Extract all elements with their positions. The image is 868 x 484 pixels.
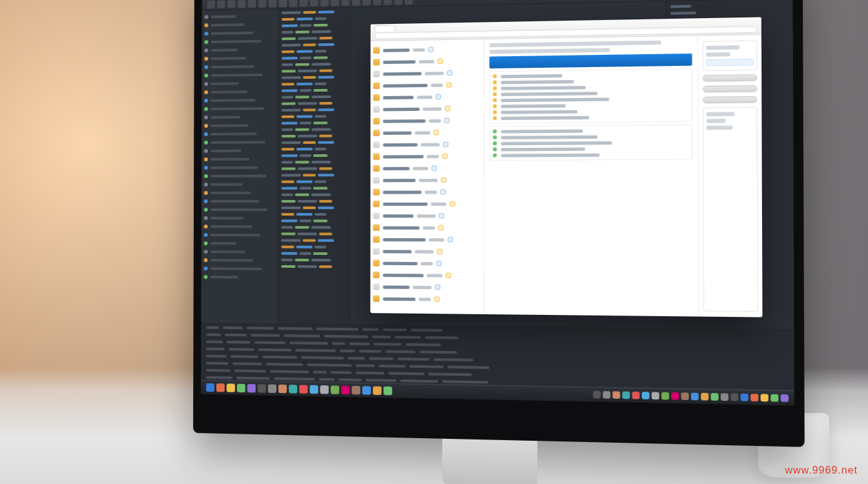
tree-item[interactable] bbox=[205, 20, 276, 28]
tree-item[interactable] bbox=[204, 88, 276, 96]
content-row[interactable] bbox=[493, 90, 688, 97]
list-item[interactable] bbox=[373, 115, 481, 126]
taskbar-app-icon[interactable] bbox=[227, 383, 235, 392]
tray-icon[interactable] bbox=[741, 394, 749, 401]
toolbar-button[interactable] bbox=[289, 0, 297, 6]
tree-item[interactable] bbox=[204, 121, 276, 129]
list-item[interactable] bbox=[373, 234, 481, 245]
tree-item[interactable] bbox=[204, 130, 276, 137]
taskbar-app-icon[interactable] bbox=[278, 385, 287, 393]
side-button[interactable] bbox=[703, 85, 758, 92]
tray-icon[interactable] bbox=[652, 392, 659, 399]
taskbar-app-icon[interactable] bbox=[309, 385, 318, 394]
list-item[interactable] bbox=[373, 103, 481, 115]
tree-item[interactable] bbox=[204, 113, 276, 121]
browser-window[interactable] bbox=[370, 17, 762, 318]
toolbar-button[interactable] bbox=[362, 0, 370, 5]
tree-item[interactable] bbox=[204, 206, 276, 213]
tree-item[interactable] bbox=[204, 71, 276, 79]
tray-icon[interactable] bbox=[671, 392, 679, 400]
ide-structure-panel[interactable] bbox=[278, 8, 351, 325]
toolbar-button[interactable] bbox=[248, 0, 256, 8]
tray-icon[interactable] bbox=[750, 394, 758, 401]
taskbar-app-icon[interactable] bbox=[320, 385, 329, 394]
taskbar-app-icon[interactable] bbox=[268, 385, 276, 393]
tree-item[interactable] bbox=[204, 63, 276, 71]
list-item[interactable] bbox=[373, 127, 481, 139]
taskbar-app-icon[interactable] bbox=[384, 387, 392, 396]
taskbar-app-icon[interactable] bbox=[258, 384, 266, 392]
content-row[interactable] bbox=[493, 96, 688, 102]
list-item[interactable] bbox=[373, 294, 480, 305]
list-item[interactable] bbox=[373, 187, 481, 197]
content-row[interactable] bbox=[493, 134, 688, 139]
list-item[interactable] bbox=[373, 91, 480, 103]
toolbar-button[interactable] bbox=[395, 0, 402, 5]
list-item[interactable] bbox=[373, 257, 481, 268]
tree-item[interactable] bbox=[204, 37, 275, 45]
tray-icon[interactable] bbox=[593, 391, 601, 399]
taskbar-app-icon[interactable] bbox=[331, 385, 339, 394]
list-item[interactable] bbox=[373, 175, 481, 186]
tree-item[interactable] bbox=[204, 273, 276, 281]
tree-item[interactable] bbox=[204, 256, 276, 264]
item-list[interactable] bbox=[370, 39, 484, 314]
tree-item[interactable] bbox=[204, 189, 276, 196]
toolbar-button[interactable] bbox=[300, 0, 307, 6]
tree-item[interactable] bbox=[205, 12, 276, 20]
taskbar-app-icon[interactable] bbox=[352, 386, 360, 395]
tray-icon[interactable] bbox=[622, 392, 630, 399]
toolbar-button[interactable] bbox=[238, 0, 245, 8]
content-row[interactable] bbox=[493, 140, 688, 145]
content-row[interactable] bbox=[493, 152, 689, 157]
list-item[interactable] bbox=[373, 163, 481, 174]
tray-icon[interactable] bbox=[691, 392, 699, 400]
taskbar-app-icon[interactable] bbox=[206, 383, 214, 392]
content-row[interactable] bbox=[493, 114, 688, 120]
tree-item[interactable] bbox=[204, 181, 276, 188]
tray-icon[interactable] bbox=[661, 392, 669, 400]
ide-project-tree[interactable] bbox=[201, 9, 279, 324]
browser-tab[interactable] bbox=[375, 25, 395, 32]
list-item[interactable] bbox=[373, 79, 480, 91]
list-item[interactable] bbox=[373, 139, 481, 150]
content-row[interactable] bbox=[493, 102, 688, 108]
toolbar-button[interactable] bbox=[342, 0, 349, 6]
toolbar-button[interactable] bbox=[384, 0, 391, 5]
tray-icon[interactable] bbox=[632, 392, 640, 399]
tray-icon[interactable] bbox=[612, 391, 620, 399]
list-item[interactable] bbox=[373, 151, 481, 162]
toolbar-button[interactable] bbox=[405, 0, 413, 5]
taskbar-app-icon[interactable] bbox=[216, 383, 225, 392]
list-item[interactable] bbox=[373, 270, 481, 281]
list-item[interactable] bbox=[373, 281, 480, 293]
tray-icon[interactable] bbox=[781, 394, 789, 402]
tree-item[interactable] bbox=[204, 45, 275, 54]
toolbar-button[interactable] bbox=[269, 0, 276, 7]
tree-item[interactable] bbox=[204, 223, 276, 230]
list-item[interactable] bbox=[373, 55, 480, 68]
toolbar-button[interactable] bbox=[217, 0, 225, 8]
tree-item[interactable] bbox=[205, 28, 276, 37]
tree-item[interactable] bbox=[204, 146, 276, 154]
list-item[interactable] bbox=[373, 222, 481, 233]
tree-item[interactable] bbox=[204, 138, 276, 146]
side-button[interactable] bbox=[703, 96, 758, 103]
toolbar-button[interactable] bbox=[352, 0, 360, 5]
tree-item[interactable] bbox=[204, 231, 276, 238]
highlight-banner[interactable] bbox=[490, 54, 692, 68]
tray-icon[interactable] bbox=[730, 394, 738, 401]
toolbar-button[interactable] bbox=[310, 0, 318, 6]
tree-item[interactable] bbox=[204, 265, 276, 272]
content-row[interactable] bbox=[493, 108, 688, 114]
side-panel[interactable] bbox=[698, 35, 762, 318]
list-item[interactable] bbox=[373, 246, 481, 257]
toolbar-button[interactable] bbox=[331, 0, 339, 6]
content-row[interactable] bbox=[493, 128, 688, 133]
tray-icon[interactable] bbox=[603, 391, 610, 399]
toolbar-button[interactable] bbox=[227, 0, 235, 8]
taskbar-app-icon[interactable] bbox=[237, 384, 245, 392]
toolbar-button[interactable] bbox=[279, 0, 287, 7]
tree-item[interactable] bbox=[204, 248, 276, 256]
list-item[interactable] bbox=[373, 67, 480, 79]
